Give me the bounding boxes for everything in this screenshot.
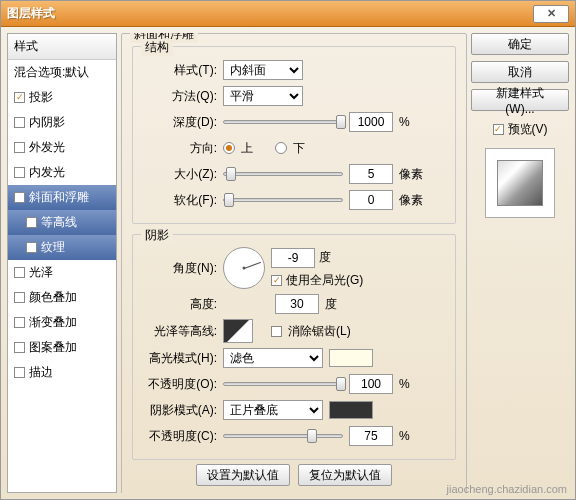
style-item-label: 渐变叠加 xyxy=(29,314,77,331)
style-item-label: 斜面和浮雕 xyxy=(29,189,89,206)
style-checkbox[interactable] xyxy=(14,367,25,378)
highlight-opacity-slider[interactable] xyxy=(223,382,343,386)
style-item-3[interactable]: 内发光 xyxy=(8,160,116,185)
style-label: 样式(T): xyxy=(141,62,217,79)
style-item-label: 描边 xyxy=(29,364,53,381)
anti-alias-checkbox[interactable] xyxy=(271,326,282,337)
altitude-input[interactable] xyxy=(275,294,319,314)
watermark-text: jiaocheng.chazidian.com xyxy=(447,483,567,495)
new-style-button[interactable]: 新建样式(W)... xyxy=(471,89,569,111)
cancel-button[interactable]: 取消 xyxy=(471,61,569,83)
style-item-label: 纹理 xyxy=(41,239,65,256)
shadow-opacity-label: 不透明度(C): xyxy=(141,428,217,445)
gloss-contour-picker[interactable] xyxy=(223,319,253,343)
style-checkbox[interactable] xyxy=(14,317,25,328)
right-panel: 确定 取消 新建样式(W)... 预览(V) xyxy=(471,33,569,493)
depth-input[interactable] xyxy=(349,112,393,132)
style-select[interactable]: 内斜面 xyxy=(223,60,303,80)
direction-label: 方向: xyxy=(141,140,217,157)
highlight-opacity-input[interactable] xyxy=(349,374,393,394)
style-item-label: 图案叠加 xyxy=(29,339,77,356)
shadow-color-swatch[interactable] xyxy=(329,401,373,419)
style-item-4[interactable]: 斜面和浮雕 xyxy=(8,185,116,210)
style-item-label: 光泽 xyxy=(29,264,53,281)
style-checkbox[interactable] xyxy=(26,242,37,253)
global-light-checkbox[interactable] xyxy=(271,275,282,286)
main-panel: 斜面和浮雕 结构 样式(T): 内斜面 方法(Q): 平滑 深度(D): xyxy=(121,33,467,493)
style-item-9[interactable]: 渐变叠加 xyxy=(8,310,116,335)
gloss-contour-label: 光泽等高线: xyxy=(141,323,217,340)
set-default-button[interactable]: 设置为默认值 xyxy=(196,464,290,486)
shading-title: 阴影 xyxy=(141,227,173,244)
style-checkbox[interactable] xyxy=(14,92,25,103)
preview-thumbnail xyxy=(497,160,543,206)
shadow-opacity-input[interactable] xyxy=(349,426,393,446)
structure-group: 结构 样式(T): 内斜面 方法(Q): 平滑 深度(D): % xyxy=(132,46,456,224)
depth-label: 深度(D): xyxy=(141,114,217,131)
style-checkbox[interactable] xyxy=(14,117,25,128)
titlebar[interactable]: 图层样式 ✕ xyxy=(1,1,575,27)
reset-default-button[interactable]: 复位为默认值 xyxy=(298,464,392,486)
highlight-mode-label: 高光模式(H): xyxy=(141,350,217,367)
style-item-0[interactable]: 投影 xyxy=(8,85,116,110)
altitude-label: 高度: xyxy=(141,296,217,313)
method-label: 方法(Q): xyxy=(141,88,217,105)
method-select[interactable]: 平滑 xyxy=(223,86,303,106)
preview-label: 预览(V) xyxy=(508,121,548,138)
layer-style-dialog: 图层样式 ✕ 样式 混合选项:默认 投影内阴影外发光内发光斜面和浮雕等高线纹理光… xyxy=(0,0,576,500)
shadow-mode-select[interactable]: 正片叠底 xyxy=(223,400,323,420)
style-checkbox[interactable] xyxy=(14,342,25,353)
style-item-6[interactable]: 纹理 xyxy=(8,235,116,260)
shadow-mode-label: 阴影模式(A): xyxy=(141,402,217,419)
style-item-label: 内发光 xyxy=(29,164,65,181)
style-item-11[interactable]: 描边 xyxy=(8,360,116,385)
structure-title: 结构 xyxy=(141,39,173,56)
highlight-mode-select[interactable]: 滤色 xyxy=(223,348,323,368)
style-item-label: 内阴影 xyxy=(29,114,65,131)
bevel-emboss-group: 斜面和浮雕 结构 样式(T): 内斜面 方法(Q): 平滑 深度(D): xyxy=(121,33,467,493)
angle-label: 角度(N): xyxy=(141,260,217,277)
angle-wheel[interactable] xyxy=(223,247,265,289)
blend-options-item[interactable]: 混合选项:默认 xyxy=(8,60,116,85)
highlight-opacity-label: 不透明度(O): xyxy=(141,376,217,393)
style-item-10[interactable]: 图案叠加 xyxy=(8,335,116,360)
style-item-1[interactable]: 内阴影 xyxy=(8,110,116,135)
soften-input[interactable] xyxy=(349,190,393,210)
direction-up-radio[interactable] xyxy=(223,142,235,154)
close-button[interactable]: ✕ xyxy=(533,5,569,23)
preview-checkbox[interactable] xyxy=(493,124,504,135)
ok-button[interactable]: 确定 xyxy=(471,33,569,55)
style-checkbox[interactable] xyxy=(26,217,37,228)
style-item-2[interactable]: 外发光 xyxy=(8,135,116,160)
style-checkbox[interactable] xyxy=(14,142,25,153)
angle-input[interactable] xyxy=(271,248,315,268)
style-item-5[interactable]: 等高线 xyxy=(8,210,116,235)
style-item-label: 等高线 xyxy=(41,214,77,231)
style-item-7[interactable]: 光泽 xyxy=(8,260,116,285)
style-checkbox[interactable] xyxy=(14,267,25,278)
shadow-opacity-slider[interactable] xyxy=(223,434,343,438)
size-label: 大小(Z): xyxy=(141,166,217,183)
style-item-8[interactable]: 颜色叠加 xyxy=(8,285,116,310)
style-item-label: 颜色叠加 xyxy=(29,289,77,306)
soften-slider[interactable] xyxy=(223,198,343,202)
shading-group: 阴影 角度(N): 度 使用全局光(G) xyxy=(132,234,456,460)
highlight-color-swatch[interactable] xyxy=(329,349,373,367)
style-list-header: 样式 xyxy=(8,34,116,60)
style-checkbox[interactable] xyxy=(14,167,25,178)
dialog-title: 图层样式 xyxy=(7,5,533,22)
style-item-label: 投影 xyxy=(29,89,53,106)
size-input[interactable] xyxy=(349,164,393,184)
style-checkbox[interactable] xyxy=(14,192,25,203)
style-list: 样式 混合选项:默认 投影内阴影外发光内发光斜面和浮雕等高线纹理光泽颜色叠加渐变… xyxy=(7,33,117,493)
preview-box xyxy=(485,148,555,218)
style-checkbox[interactable] xyxy=(14,292,25,303)
depth-slider[interactable] xyxy=(223,120,343,124)
dialog-content: 样式 混合选项:默认 投影内阴影外发光内发光斜面和浮雕等高线纹理光泽颜色叠加渐变… xyxy=(1,27,575,499)
style-item-label: 外发光 xyxy=(29,139,65,156)
direction-down-radio[interactable] xyxy=(275,142,287,154)
soften-label: 软化(F): xyxy=(141,192,217,209)
size-slider[interactable] xyxy=(223,172,343,176)
